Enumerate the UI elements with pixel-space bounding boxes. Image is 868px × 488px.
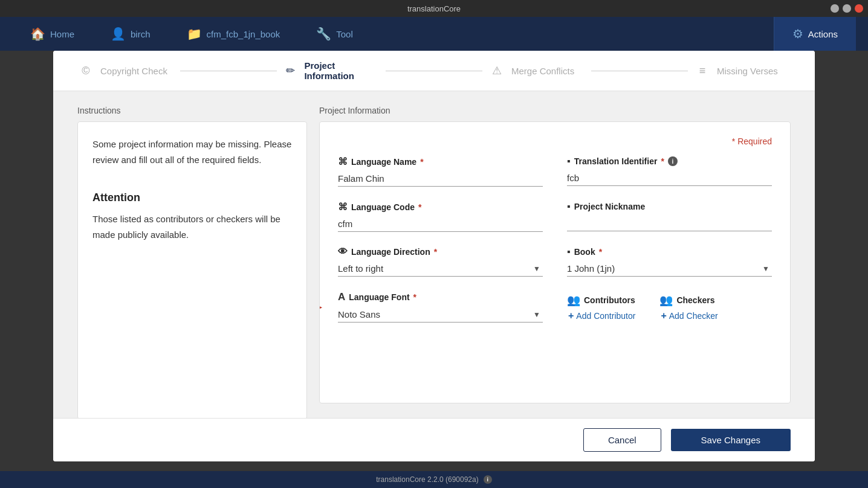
direction-icon: 👁 [338, 246, 348, 257]
arrow-pointer: ➤ [319, 297, 323, 317]
tool-icon: 🔧 [316, 27, 331, 41]
translation-identifier-label: ▪ Translation Identifier * i [567, 156, 772, 167]
nickname-icon: ▪ [567, 201, 571, 212]
project-panel: Project Information * Required ⌘ Languag… [319, 106, 791, 403]
language-font-select[interactable]: Noto Sans [338, 307, 543, 323]
folder-icon: 📁 [187, 27, 202, 41]
step-merge-label: Merge Conflicts [511, 66, 574, 76]
step-line-3 [591, 71, 688, 71]
nav-user[interactable]: 👤 birch [92, 17, 169, 51]
language-code-icon: ⌘ [338, 201, 348, 213]
minimize-button[interactable]: − [831, 4, 839, 13]
add-checker-plus: + [661, 310, 666, 321]
add-contributor-label: Add Contributor [576, 311, 635, 321]
translation-identifier-field: ▪ Translation Identifier * i [567, 156, 772, 187]
instructions-heading: Instructions [77, 106, 307, 115]
step-copyright[interactable]: © Copyright Check [77, 62, 174, 79]
language-direction-field: 👁 Language Direction * Left to right Rig… [338, 246, 543, 277]
add-contributor-link[interactable]: + Add Contributor [567, 310, 635, 321]
info-icon[interactable]: i [668, 156, 678, 166]
project-nickname-input[interactable] [567, 216, 772, 231]
book-required: * [599, 247, 602, 257]
checkers-icon: 👥 [659, 294, 673, 307]
checkers-label: Checkers [676, 295, 714, 305]
add-checker-link[interactable]: + Add Checker [659, 310, 717, 321]
font-icon: A [338, 291, 345, 303]
window-controls: − □ ✕ [831, 4, 863, 13]
book-label-text: Book [574, 247, 595, 257]
required-note: * Required [338, 136, 772, 146]
nav-home[interactable]: 🏠 Home [12, 17, 92, 51]
nav-project[interactable]: 📁 cfm_fcb_1jn_book [169, 17, 299, 51]
project-nickname-field: ▪ Project Nickname [567, 201, 772, 232]
close-button[interactable]: ✕ [855, 4, 863, 13]
language-name-required: * [420, 157, 423, 167]
book-label: ▪ Book * [567, 246, 772, 257]
modal-footer: Cancel Save Changes [53, 418, 815, 461]
book-field: ▪ Book * 1 John (1jn) ▼ [567, 246, 772, 277]
language-code-required: * [418, 202, 421, 212]
info-icon-status: i [484, 475, 492, 484]
save-changes-button[interactable]: Save Changes [671, 429, 791, 451]
language-code-label-text: Language Code [351, 202, 415, 212]
contrib-section: 👥 Contributors + Add Contributor [567, 294, 772, 321]
instructions-panel: Instructions Some project information ma… [77, 106, 307, 403]
translation-icon: ▪ [567, 156, 571, 167]
maximize-button[interactable]: □ [843, 4, 851, 13]
step-project-label: Project Information [304, 60, 380, 81]
language-name-icon: ⌘ [338, 156, 348, 167]
attention-title: Attention [92, 191, 292, 204]
home-icon: 🏠 [30, 27, 45, 41]
version-text: translationCore 2.2.0 (690092a) [376, 475, 478, 484]
step-project-info[interactable]: ✏ Project Information [283, 60, 380, 81]
list-icon: ≡ [694, 62, 711, 79]
translation-identifier-input[interactable] [567, 170, 772, 186]
step-missing-verses[interactable]: ≡ Missing Verses [694, 62, 791, 79]
instructions-main-text: Some project information may be missing.… [92, 136, 292, 167]
app-title: translationCore [407, 4, 461, 13]
contributors-label: Contributors [584, 295, 635, 305]
nav-tool-label: Tool [336, 29, 353, 39]
project-panel-heading: Project Information [319, 106, 791, 115]
language-code-input[interactable] [338, 216, 543, 232]
nav-project-label: cfm_fcb_1jn_book [207, 29, 280, 39]
add-contributor-plus: + [568, 310, 574, 321]
project-nickname-label-text: Project Nickname [574, 202, 646, 211]
language-font-label: A Language Font * [338, 291, 543, 303]
cancel-button[interactable]: Cancel [583, 428, 661, 452]
language-name-label: ⌘ Language Name * [338, 156, 543, 167]
language-direction-select-wrapper: Left to right Right to left ▼ [338, 261, 543, 277]
language-code-field: ⌘ Language Code * [338, 201, 543, 232]
status-bar: translationCore 2.2.0 (690092a) i [0, 471, 868, 488]
language-code-label: ⌘ Language Code * [338, 201, 543, 213]
title-bar: translationCore − □ ✕ [0, 0, 868, 17]
project-nickname-label: ▪ Project Nickname [567, 201, 772, 212]
language-direction-select[interactable]: Left to right Right to left [338, 261, 543, 277]
step-merge-conflicts[interactable]: ⚠ Merge Conflicts [488, 62, 585, 79]
language-name-input[interactable] [338, 171, 543, 187]
modal-overlay: © Copyright Check ✏ Project Information … [0, 51, 868, 488]
form-grid: ⌘ Language Name * ▪ Translation Identifi… [338, 156, 772, 323]
step-line-2 [386, 71, 482, 71]
book-select[interactable]: 1 John (1jn) [567, 261, 772, 277]
step-copyright-label: Copyright Check [100, 66, 167, 76]
warning-icon: ⚠ [488, 62, 505, 79]
checkers-title: 👥 Checkers [659, 294, 717, 307]
modal: © Copyright Check ✏ Project Information … [53, 51, 815, 461]
language-direction-label-text: Language Direction [351, 247, 430, 257]
pencil-icon: ✏ [283, 62, 298, 79]
copyright-icon: © [77, 62, 94, 79]
nav-tool[interactable]: 🔧 Tool [298, 17, 371, 51]
language-direction-label: 👁 Language Direction * [338, 246, 543, 257]
nav-actions-label: Actions [808, 29, 838, 39]
book-select-wrapper: 1 John (1jn) ▼ [567, 261, 772, 277]
gear-icon: ⚙ [792, 27, 803, 41]
nav-actions[interactable]: ⚙ Actions [774, 17, 856, 51]
contrib-checkers-field: 👥 Contributors + Add Contributor [567, 291, 772, 323]
contributors-title: 👥 Contributors [567, 294, 635, 307]
step-missing-label: Missing Verses [717, 66, 778, 76]
direction-required: * [434, 247, 437, 257]
nav-home-label: Home [50, 29, 74, 39]
content-area: Instructions Some project information ma… [53, 91, 815, 418]
language-font-field: ➤ A Language Font * Noto Sans [338, 291, 543, 323]
